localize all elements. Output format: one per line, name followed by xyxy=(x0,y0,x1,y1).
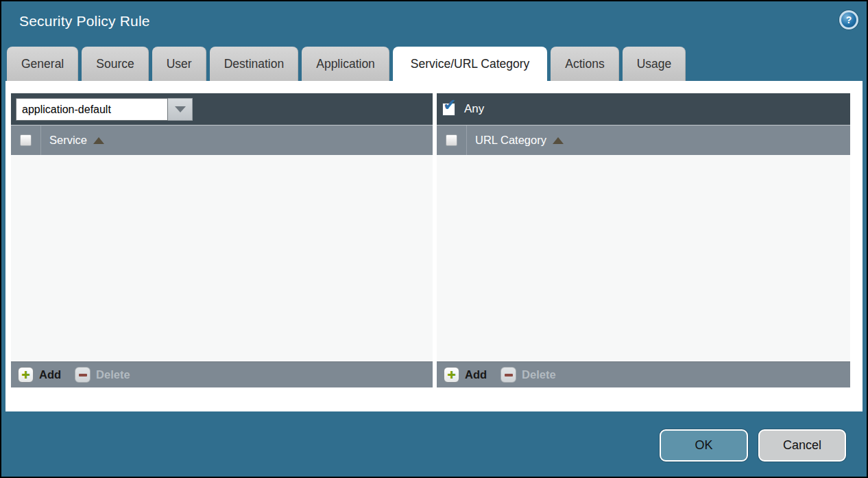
service-column-header-row: Service xyxy=(11,125,433,155)
tab-application[interactable]: Application xyxy=(302,47,389,81)
url-category-panel-header: ✔ Any xyxy=(437,93,850,125)
tab-usage[interactable]: Usage xyxy=(623,47,686,81)
delete-minus-icon xyxy=(75,367,91,383)
url-category-select-all-checkbox[interactable] xyxy=(446,134,457,146)
service-type-dropdown-button[interactable] xyxy=(168,98,193,121)
service-type-dropdown[interactable]: application-default xyxy=(16,98,193,121)
add-plus-icon: ✚ xyxy=(444,367,459,383)
url-category-delete-label: Delete xyxy=(522,368,556,381)
add-plus-icon: ✚ xyxy=(18,367,34,383)
tab-general[interactable]: General xyxy=(7,47,78,81)
help-icon[interactable]: ? xyxy=(839,10,858,29)
any-label: Any xyxy=(464,102,484,116)
tab-content-area: application-default Service ✚ xyxy=(5,81,863,411)
url-category-column-header-row: URL Category xyxy=(437,125,850,155)
url-category-add-label: Add xyxy=(465,368,487,381)
url-category-column-header[interactable]: URL Category xyxy=(475,134,564,147)
tab-destination[interactable]: Destination xyxy=(210,47,299,81)
ok-button[interactable]: OK xyxy=(660,429,748,462)
url-category-list xyxy=(437,155,850,361)
security-policy-rule-dialog: Security Policy Rule ? General Source Us… xyxy=(1,1,867,477)
service-delete-label: Delete xyxy=(96,368,130,381)
cancel-button[interactable]: Cancel xyxy=(758,429,846,462)
service-panel: application-default Service ✚ xyxy=(11,93,433,387)
url-category-add-button[interactable]: ✚ Add xyxy=(444,367,487,383)
delete-minus-icon xyxy=(501,367,516,383)
service-select-all-checkbox[interactable] xyxy=(20,134,32,146)
tab-source[interactable]: Source xyxy=(82,47,148,81)
dialog-title: Security Policy Rule xyxy=(19,13,150,29)
service-add-button[interactable]: ✚ Add xyxy=(18,367,61,383)
chevron-down-icon xyxy=(175,106,186,112)
url-category-select-all-cell xyxy=(437,126,467,155)
sort-ascending-icon xyxy=(553,137,564,144)
service-column-label: Service xyxy=(49,134,87,147)
minus-bar xyxy=(79,374,87,377)
service-select-all-cell xyxy=(11,126,41,155)
service-list xyxy=(11,155,433,361)
any-checkbox[interactable]: ✔ xyxy=(442,103,455,116)
service-toolbar: ✚ Add Delete xyxy=(11,361,433,387)
sort-ascending-icon xyxy=(93,137,104,144)
tab-actions[interactable]: Actions xyxy=(551,47,618,81)
url-category-toolbar: ✚ Add Delete xyxy=(437,361,850,387)
tab-user[interactable]: User xyxy=(152,47,206,81)
service-type-dropdown-value[interactable]: application-default xyxy=(16,98,168,121)
service-column-header[interactable]: Service xyxy=(49,134,104,147)
url-category-panel: ✔ Any URL Category ✚ Add xyxy=(437,93,850,387)
tab-service-url-category[interactable]: Service/URL Category xyxy=(393,47,547,81)
checkmark-icon: ✔ xyxy=(443,97,457,113)
minus-bar xyxy=(505,374,513,377)
service-panel-header: application-default xyxy=(11,93,433,125)
service-add-label: Add xyxy=(39,368,61,381)
url-category-column-label: URL Category xyxy=(475,134,546,147)
service-delete-button[interactable]: Delete xyxy=(75,367,130,383)
tab-bar: General Source User Destination Applicat… xyxy=(7,47,689,81)
url-category-delete-button[interactable]: Delete xyxy=(501,367,556,383)
